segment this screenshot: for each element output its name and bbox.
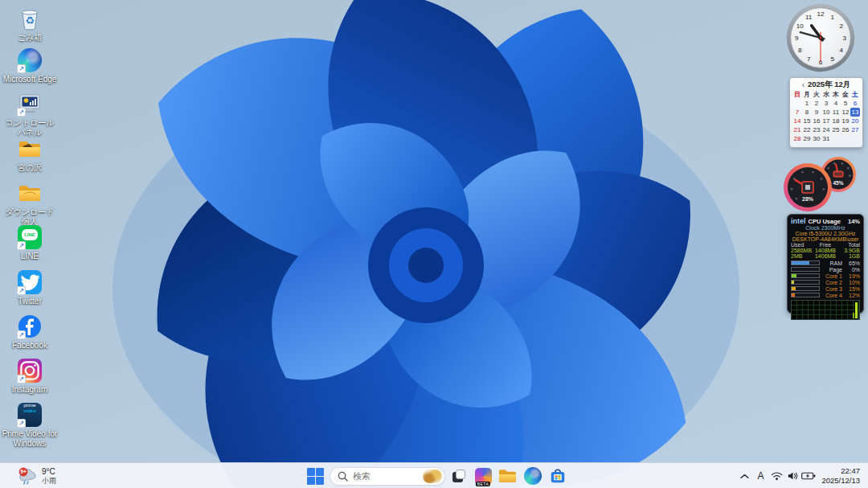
task-view-button[interactable] <box>448 466 469 486</box>
meter-row-ram: RAM65% <box>791 260 860 266</box>
tray-date: 2025/12/13 <box>821 476 860 486</box>
calendar-day-cell[interactable]: 1 <box>802 99 812 108</box>
file-explorer-button[interactable] <box>497 466 518 486</box>
desktop-icon-edge[interactable]: ↗ Microsoft Edge <box>2 48 58 84</box>
calendar-day-cell[interactable]: 22 <box>802 125 812 134</box>
desktop-icon-instagram[interactable]: ↗ Instagram <box>2 359 58 395</box>
intel-logo: intel <box>791 217 806 225</box>
beta-app-icon: BETA <box>475 468 492 485</box>
cpu-model-line: Core i5-5300U 2.30GHz <box>791 231 860 236</box>
beta-tag: BETA <box>476 482 490 486</box>
cpu-meter-gadget[interactable]: intel CPU Usage 14% Clock 2300MHz Core i… <box>787 214 864 314</box>
clock-number: 4 <box>839 47 843 54</box>
cpu-usage-value: 14% <box>848 218 860 225</box>
calendar-day-cell[interactable]: 3 <box>821 99 831 108</box>
calendar-day-cell[interactable]: 28 <box>792 134 802 143</box>
desktop-icon-label: ダウンロード個人 <box>2 207 58 226</box>
network-button[interactable] <box>768 465 784 487</box>
desktop-icon-prime-video[interactable]: prime video ↗ Prime Video for Windows <box>2 403 58 448</box>
calendar-day-cell[interactable]: 24 <box>821 125 831 134</box>
calendar-day-cell[interactable]: 14 <box>792 117 802 125</box>
folder-icon <box>18 137 42 161</box>
memory-row-page: 2MB 1406MB 1GB <box>791 253 860 259</box>
calendar-day-cell[interactable]: 21 <box>792 125 802 134</box>
calendar-day-cell[interactable]: 2 <box>812 99 821 108</box>
desktop-icon-twitter[interactable]: ↗ Twitter <box>2 270 58 306</box>
graph-spike-small <box>853 313 854 318</box>
file-explorer-icon <box>498 468 517 484</box>
meter-value: 15% <box>844 286 860 292</box>
calendar-day-cell[interactable]: 23 <box>812 125 821 134</box>
meter-value: 65% <box>844 260 860 266</box>
calendar-day-cell[interactable]: 17 <box>821 117 831 125</box>
clock-number: 1 <box>831 14 835 21</box>
calendar-day-cell[interactable]: 10 <box>821 108 831 117</box>
calendar-day-cell[interactable]: 9 <box>812 108 821 117</box>
start-button[interactable] <box>305 466 326 486</box>
prime-text: prime <box>23 403 35 408</box>
clock-gadget[interactable]: 123456789101112 <box>784 2 857 74</box>
desktop-icon-facebook[interactable]: ↗ Facebook <box>2 314 58 351</box>
clock-number: 10 <box>796 23 804 30</box>
calendar-day-cell[interactable]: 15 <box>802 117 812 125</box>
tray-clock[interactable]: 22:47 2025/12/13 <box>821 466 860 486</box>
calendar-day-cell[interactable]: 11 <box>831 108 841 117</box>
calendar-day-cell[interactable]: 6 <box>850 99 860 108</box>
meter-label: Core 2 <box>820 280 844 285</box>
meter-bar <box>791 260 820 265</box>
clock-number: 12 <box>817 10 825 18</box>
memory-row-ram: 2586MB 1408MB 3.9GB <box>791 248 860 253</box>
tray-time: 22:47 <box>821 466 860 476</box>
calendar-day-cell[interactable]: 19 <box>841 117 850 125</box>
shortcut-arrow-icon: ↗ <box>17 108 26 117</box>
calendar-gadget[interactable]: ‹ 2025年 12月 日月火水木金土123456789101112131415… <box>789 77 863 148</box>
clock-center-dot <box>820 37 822 39</box>
microsoft-store-button[interactable] <box>547 466 568 486</box>
search-input[interactable] <box>353 471 418 481</box>
cpu-gauge-gadget[interactable]: 28% <box>783 162 833 212</box>
ime-mode-button[interactable]: A <box>752 465 768 487</box>
calendar-day-cell[interactable]: 18 <box>831 117 841 125</box>
calendar-grid: 日月火水木金土123456789101112131415161718192021… <box>792 90 860 143</box>
calendar-day-cell[interactable]: 5 <box>841 99 850 108</box>
calendar-day-cell[interactable]: 25 <box>831 125 841 134</box>
calendar-day-cell[interactable]: 26 <box>841 125 850 134</box>
edge-button[interactable] <box>522 466 543 486</box>
battery-button[interactable] <box>800 465 817 487</box>
clock-number: 11 <box>805 14 813 21</box>
desktop-icon-recycle-bin[interactable]: ♻ ごみ箱 <box>2 6 58 43</box>
search-highlight-image[interactable] <box>423 470 442 483</box>
cpu-history-graph <box>791 300 860 320</box>
clock-number: 8 <box>798 47 802 54</box>
calendar-day-cell[interactable]: 20 <box>850 117 860 125</box>
calendar-day-cell[interactable]: 7 <box>792 108 802 117</box>
desktop-icon-label: LINE <box>2 252 58 261</box>
desktop-icon-control-panel[interactable]: ↗ コントロール パネル <box>2 92 58 137</box>
calendar-day-cell[interactable]: 16 <box>812 117 821 125</box>
calendar-prev-button[interactable]: ‹ <box>802 80 805 89</box>
svg-text:♻: ♻ <box>25 14 35 27</box>
widgets-weather-button[interactable]: 9+ 9°C 小雨 <box>13 465 60 487</box>
calendar-day-cell[interactable]: 13 <box>850 108 860 117</box>
calendar-day-cell[interactable]: 4 <box>831 99 841 108</box>
desktop-icon-folder-miyanosawa[interactable]: 宮の沢 <box>2 137 58 173</box>
taskbar-search-box[interactable] <box>330 467 445 486</box>
calendar-day-cell[interactable]: 27 <box>850 125 860 134</box>
beta-app-button[interactable]: BETA <box>473 466 493 486</box>
desktop: ♻ ごみ箱 ↗ Microsoft Edge ↗ コントロール パネル 宮の沢 <box>0 0 868 488</box>
hidden-icons-chevron[interactable] <box>736 465 752 487</box>
calendar-day-cell[interactable]: 8 <box>802 108 812 117</box>
desktop-icon-label: Microsoft Edge <box>2 75 58 84</box>
calendar-day-cell[interactable]: 29 <box>802 134 812 143</box>
desktop-icon-folder-downloads[interactable]: ダウンロード個人 <box>2 181 58 226</box>
meter-bar <box>791 286 820 291</box>
video-text: video <box>23 408 36 413</box>
calendar-day-cell[interactable]: 30 <box>812 134 821 143</box>
calendar-day-cell[interactable]: 31 <box>821 134 831 143</box>
desktop-icon-label: ごみ箱 <box>2 33 58 43</box>
calendar-day-cell[interactable]: 12 <box>841 108 850 117</box>
meter-label: RAM <box>820 260 844 266</box>
desktop-icon-line[interactable]: LINE ↗ LINE <box>2 225 58 261</box>
volume-button[interactable] <box>784 465 800 487</box>
desktop-icon-label: Facebook <box>2 341 58 351</box>
